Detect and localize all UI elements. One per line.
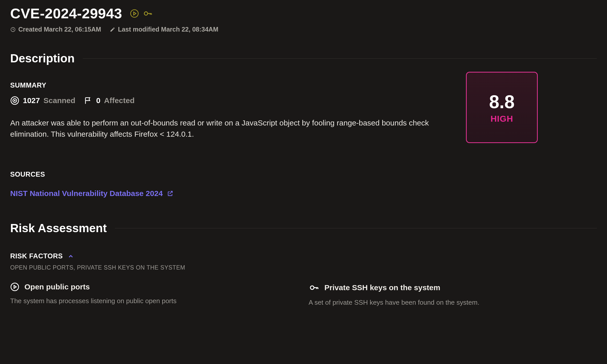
chevron-up-icon [67, 253, 74, 260]
risk-desc: A set of private SSH keys have been foun… [309, 299, 597, 306]
clock-icon [10, 27, 16, 32]
key-icon[interactable] [143, 8, 153, 19]
created-text: Created March 22, 06:15AM [18, 26, 101, 33]
title-row: CVE-2024-29943 [10, 5, 597, 22]
risk-item-ssh-keys: Private SSH keys on the system A set of … [309, 282, 597, 306]
stats-row: 1027 Scanned 0 Affected [10, 96, 456, 105]
risk-item-open-ports: Open public ports The system has process… [10, 282, 298, 306]
section-rule-risk [115, 228, 597, 228]
svg-point-2 [144, 12, 147, 15]
risk-title: Open public ports [10, 282, 298, 291]
section-title-risk: Risk Assessment [10, 221, 107, 235]
affected-label: Affected [104, 96, 134, 105]
affected-stat: 0 Affected [84, 96, 135, 105]
svg-marker-1 [134, 12, 136, 15]
scanned-stat: 1027 Scanned [10, 96, 75, 105]
risk-factors-label: RISK FACTORS [10, 252, 63, 260]
meta-row: Created March 22, 06:15AM Last modified … [10, 26, 597, 33]
score-card: 8.8 HIGH [466, 72, 538, 143]
affected-count: 0 [96, 96, 101, 105]
summary-left: SUMMARY 1027 Scanned [10, 65, 456, 140]
play-circle-icon [10, 282, 19, 291]
section-rule [83, 58, 597, 59]
sources-list: NIST National Vulnerability Database 202… [10, 189, 597, 198]
external-link-icon [167, 190, 173, 197]
page-title: CVE-2024-29943 [10, 5, 122, 22]
risk-title-text: Open public ports [24, 283, 90, 291]
risk-grid: Open public ports The system has process… [10, 282, 597, 306]
svg-point-0 [131, 10, 138, 17]
key-icon [309, 282, 319, 293]
description-section: Description SUMMARY 1027 [10, 51, 597, 198]
svg-point-10 [11, 283, 19, 291]
modified-meta: Last modified March 22, 08:34AM [110, 26, 218, 33]
modified-text: Last modified March 22, 08:34AM [118, 26, 218, 33]
section-title-description: Description [10, 51, 75, 65]
flag-icon [84, 96, 93, 105]
scanned-label: Scanned [44, 96, 75, 105]
created-meta: Created March 22, 06:15AM [10, 26, 101, 33]
source-link-label: NIST National Vulnerability Database 202… [10, 189, 163, 198]
risk-factors-sub: OPEN PUBLIC PORTS, PRIVATE SSH KEYS ON T… [10, 264, 597, 271]
sources-heading: SOURCES [10, 171, 597, 178]
title-icons [130, 8, 153, 19]
score-label: HIGH [491, 114, 513, 124]
pencil-icon [110, 27, 115, 32]
svg-marker-11 [14, 285, 16, 288]
summary-heading: SUMMARY [10, 81, 456, 89]
svg-point-9 [15, 100, 15, 101]
play-circle-icon[interactable] [130, 9, 139, 18]
svg-point-12 [310, 286, 314, 289]
risk-factors-head[interactable]: RISK FACTORS [10, 252, 597, 260]
target-icon [10, 96, 19, 105]
source-link[interactable]: NIST National Vulnerability Database 202… [10, 189, 173, 198]
summary-wrap: SUMMARY 1027 Scanned [10, 65, 597, 143]
page: CVE-2024-29943 [0, 0, 607, 317]
risk-section: Risk Assessment RISK FACTORS OPEN PUBLIC… [10, 221, 597, 306]
section-head-risk: Risk Assessment [10, 221, 597, 235]
scanned-count: 1027 [23, 96, 40, 105]
section-head: Description [10, 51, 597, 65]
risk-title-text: Private SSH keys on the system [324, 283, 440, 292]
risk-title: Private SSH keys on the system [309, 282, 597, 293]
risk-desc: The system has processes listening on pu… [10, 297, 298, 305]
summary-text: An attacker was able to perform an out-o… [10, 117, 433, 140]
score-value: 8.8 [489, 91, 515, 112]
